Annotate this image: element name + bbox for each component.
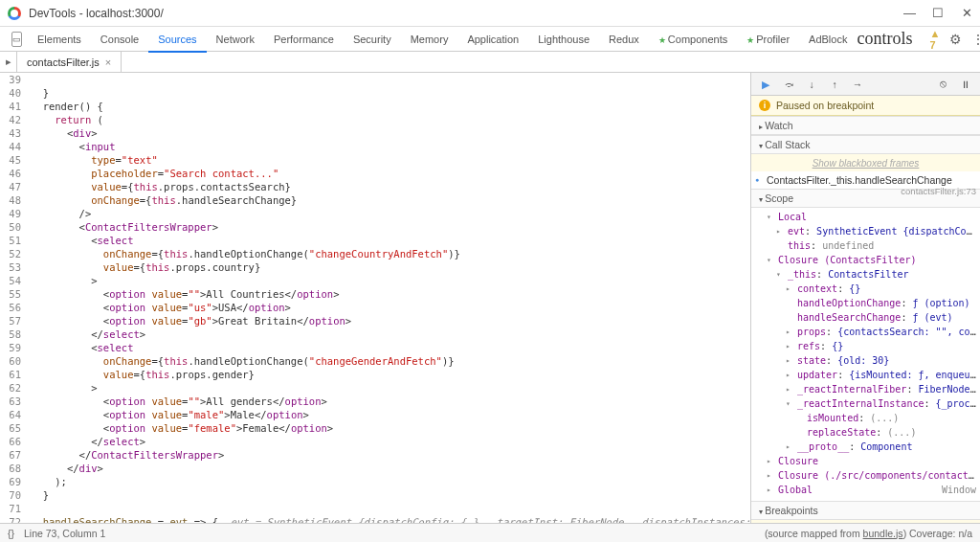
gutter[interactable]: 67 [0, 448, 27, 462]
source-code-pane[interactable]: 3940 }41 render() {42 return (43 <div>44… [0, 73, 750, 523]
gutter[interactable]: 65 [0, 421, 27, 435]
scope-item[interactable]: _this: ContactsFilter [763, 267, 976, 282]
gutter[interactable]: 55 [0, 287, 27, 301]
scope-item[interactable]: _reactInternalFiber: FiberNode {tag: 1, … [763, 382, 976, 396]
tab-memory[interactable]: Memory [401, 28, 458, 51]
close-button[interactable]: ✕ [961, 6, 972, 20]
gutter[interactable]: 44 [0, 140, 27, 153]
file-navigator-toggle[interactable]: ▸ [0, 52, 17, 72]
scope-item[interactable]: refs: {} [763, 339, 976, 353]
scope-item[interactable]: replaceState: (...) [763, 425, 976, 440]
gutter[interactable]: 68 [0, 462, 27, 475]
gutter[interactable]: 61 [0, 368, 27, 381]
code-line[interactable]: 61 value={this.props.gender} [0, 368, 750, 381]
gutter[interactable]: 40 [0, 86, 27, 100]
scope-item[interactable]: Closure (ContactsFilter) [763, 253, 976, 267]
code-line[interactable]: 72 handleSearchChange = evt => { evt = S… [0, 515, 750, 523]
deactivate-breakpoints-button[interactable]: ⦸ [936, 78, 949, 91]
gutter[interactable]: 71 [0, 502, 27, 515]
gutter[interactable]: 39 [0, 73, 27, 86]
step-over-button[interactable]: ⤼ [782, 78, 795, 91]
gutter[interactable]: 59 [0, 341, 27, 354]
gutter[interactable]: 57 [0, 314, 27, 327]
code-line[interactable]: 42 return ( [0, 113, 750, 126]
gutter[interactable]: 48 [0, 193, 27, 207]
tab-profiler[interactable]: Profiler [737, 28, 799, 51]
code-line[interactable]: 45 type="text" [0, 153, 750, 167]
bundle-link[interactable]: bundle.js [863, 528, 903, 539]
pause-on-exceptions-button[interactable]: ⏸ [959, 78, 972, 91]
scope-item[interactable]: this: undefined [763, 238, 976, 253]
step-button[interactable]: → [851, 78, 864, 91]
gutter[interactable]: 49 [0, 207, 27, 220]
code-line[interactable]: 55 <option value="">All Countries</optio… [0, 287, 750, 301]
gutter[interactable]: 50 [0, 220, 27, 234]
code-line[interactable]: 41 render() { [0, 100, 750, 113]
minimize-button[interactable]: — [903, 6, 915, 20]
more-menu-icon[interactable]: ⋮ [971, 32, 980, 47]
step-into-button[interactable]: ↓ [805, 78, 818, 91]
scope-item[interactable]: Local [763, 210, 976, 224]
tab-application[interactable]: Application [457, 28, 528, 51]
scope-item[interactable]: props: {contactsSearch: "", country: "",… [763, 325, 976, 339]
gutter[interactable]: 43 [0, 126, 27, 140]
code-line[interactable]: 62 > [0, 381, 750, 395]
step-out-button[interactable]: ↑ [828, 78, 841, 91]
code-line[interactable]: 47 value={this.props.contactsSearch} [0, 180, 750, 193]
warnings-badge[interactable]: ▲ 7 [929, 28, 940, 51]
scope-item[interactable]: Global Window [763, 483, 976, 497]
scope-item[interactable]: handleSearchChange: ƒ (evt) [763, 310, 976, 325]
gutter[interactable]: 69 [0, 475, 27, 488]
scope-item[interactable]: _reactInternalInstance: {_processChildCo… [763, 396, 976, 411]
gutter[interactable]: 51 [0, 234, 27, 247]
resume-button[interactable]: ▶ [759, 78, 772, 91]
tab-adblock[interactable]: AdBlock [799, 28, 857, 51]
code-line[interactable]: 70 } [0, 488, 750, 502]
tab-console[interactable]: Console [91, 28, 148, 51]
code-line[interactable]: 40 } [0, 86, 750, 100]
code-line[interactable]: 58 </select> [0, 327, 750, 341]
code-line[interactable]: 48 onChange={this.handleSearchChange} [0, 193, 750, 207]
scope-item[interactable]: state: {old: 30} [763, 353, 976, 368]
code-line[interactable]: 54 > [0, 274, 750, 287]
code-line[interactable]: 53 value={this.props.country} [0, 260, 750, 274]
gutter[interactable]: 66 [0, 435, 27, 448]
code-line[interactable]: 63 <option value="">All genders</option> [0, 395, 750, 408]
file-tab[interactable]: contactsFilter.js × [17, 52, 122, 72]
gutter[interactable]: 62 [0, 381, 27, 395]
settings-gear-icon[interactable]: ⚙ [949, 32, 962, 47]
breakpoints-section-header[interactable]: Breakpoints [751, 501, 980, 520]
tab-sources[interactable]: Sources [148, 28, 206, 53]
code-line[interactable]: 65 <option value="female">Female</option… [0, 421, 750, 435]
gutter[interactable]: 46 [0, 167, 27, 180]
code-line[interactable]: 46 placeholder="Search contact..." [0, 167, 750, 180]
code-line[interactable]: 51 <select [0, 234, 750, 247]
tab-performance[interactable]: Performance [264, 28, 344, 51]
scope-item[interactable]: updater: {isMounted: ƒ, enqueueSetState:… [763, 368, 976, 382]
code-line[interactable]: 39 [0, 73, 750, 86]
gutter[interactable]: 70 [0, 488, 27, 502]
gutter[interactable]: 45 [0, 153, 27, 167]
tab-lighthouse[interactable]: Lighthouse [528, 28, 599, 51]
code-line[interactable]: 68 </div> [0, 462, 750, 475]
maximize-button[interactable]: ☐ [932, 6, 944, 20]
stack-frame[interactable]: ContactsFilter._this.handleSearchChange … [751, 171, 980, 189]
scope-item[interactable]: __proto__: Component [763, 440, 976, 454]
tab-security[interactable]: Security [344, 28, 401, 51]
scope-item[interactable]: context: {} [763, 282, 976, 296]
tab-elements[interactable]: Elements [28, 28, 91, 51]
inspect-element-icon[interactable]: ▭ [11, 32, 22, 47]
code-line[interactable]: 57 <option value="gb">Great Britain</opt… [0, 314, 750, 327]
scope-item[interactable]: handleOptionChange: ƒ (option) [763, 296, 976, 310]
gutter[interactable]: 63 [0, 395, 27, 408]
code-line[interactable]: 69 ); [0, 475, 750, 488]
gutter[interactable]: 56 [0, 301, 27, 314]
callstack-section-header[interactable]: Call Stack [751, 135, 980, 154]
code-line[interactable]: 52 onChange={this.handleOptionChange("ch… [0, 247, 750, 260]
gutter[interactable]: 47 [0, 180, 27, 193]
file-tab-close-icon[interactable]: × [105, 56, 111, 68]
gutter[interactable]: 53 [0, 260, 27, 274]
code-line[interactable]: 49 /> [0, 207, 750, 220]
code-line[interactable]: 67 </ContactFiltersWrapper> [0, 448, 750, 462]
gutter[interactable]: 64 [0, 408, 27, 421]
